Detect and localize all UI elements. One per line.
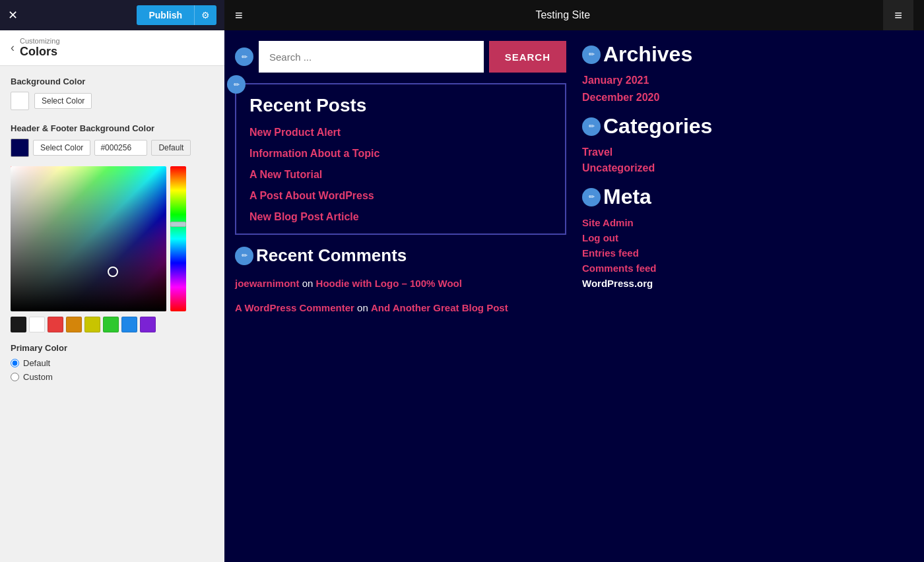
hex-input[interactable] <box>94 140 147 156</box>
color-picker[interactable] <box>11 166 214 332</box>
gradient-brightness <box>11 166 166 311</box>
archive-links: January 2021 December 2020 <box>582 75 913 104</box>
archives-title: Archives <box>603 42 692 67</box>
hf-select-color-button[interactable]: Select Color <box>33 140 90 156</box>
recent-comments-edit-icon[interactable]: ✏ <box>235 247 253 265</box>
archive-link-1[interactable]: December 2020 <box>582 92 913 104</box>
meta-title: Meta <box>603 185 651 209</box>
recent-posts-links: New Product Alert Information About a To… <box>249 127 552 223</box>
swatch-red[interactable] <box>48 317 63 332</box>
archive-link-0[interactable]: January 2021 <box>582 75 913 86</box>
search-section: ✏ SEARCH <box>235 41 566 73</box>
recent-post-link-1[interactable]: Information About a Topic <box>249 148 552 160</box>
primary-color-label: Primary Color <box>11 343 214 353</box>
recent-comments-title: Recent Comments <box>256 245 407 266</box>
hf-color-swatch[interactable] <box>11 139 29 157</box>
primary-color-default-label: Default <box>23 358 50 368</box>
default-button[interactable]: Default <box>151 140 191 156</box>
wp-left-column: ✏ SEARCH ✏ Recent Posts New Product Aler… <box>235 41 566 551</box>
meta-section: ✏ Meta Site Admin Log out Entries feed C… <box>582 185 913 289</box>
recent-comments-header: ✏ Recent Comments <box>235 245 566 266</box>
recent-comments-widget: ✏ Recent Comments joewarnimont on Hoodie… <box>235 245 566 325</box>
swatch-blue[interactable] <box>121 317 137 332</box>
recent-posts-edit-icon[interactable]: ✏ <box>227 75 246 94</box>
publish-button[interactable]: Publish <box>137 5 194 25</box>
search-button[interactable]: SEARCH <box>489 41 566 73</box>
wp-right-column: ✏ Archives January 2021 December 2020 ✏ … <box>582 41 913 551</box>
meta-links: Site Admin Log out Entries feed Comments… <box>582 217 913 289</box>
comment-entry-0: joewarnimont on Hoodie with Logo – 100% … <box>235 276 566 292</box>
search-edit-icon[interactable]: ✏ <box>235 47 253 66</box>
comment-link-1[interactable]: And Another Great Blog Post <box>371 302 508 313</box>
wp-topbar: ≡ Testing Site ≡ <box>224 0 924 30</box>
bg-color-row: Select Color <box>11 92 214 110</box>
recent-posts-widget: ✏ Recent Posts New Product Alert Informa… <box>235 83 566 235</box>
gradient-box[interactable] <box>11 166 166 311</box>
meta-header-row: ✏ Meta <box>582 185 913 209</box>
menu-button-right[interactable]: ≡ <box>883 0 913 30</box>
comment-on-0: on <box>302 278 316 289</box>
meta-link-logout[interactable]: Log out <box>582 232 913 243</box>
customizer-panel: ✕ Publish ⚙ ‹ Customizing Colors Backgro… <box>0 0 224 562</box>
search-input[interactable] <box>259 41 484 73</box>
meta-link-entries-feed[interactable]: Entries feed <box>582 247 913 259</box>
breadcrumb-parent: Customizing <box>20 37 60 45</box>
bg-select-color-button[interactable]: Select Color <box>34 93 92 109</box>
categories-header-row: ✏ Categories <box>582 114 913 139</box>
hue-slider[interactable] <box>170 166 186 311</box>
panel-topbar: ✕ Publish ⚙ <box>0 0 224 30</box>
publish-group: Publish ⚙ <box>137 5 216 25</box>
site-title: Testing Site <box>535 9 590 21</box>
categories-edit-icon[interactable]: ✏ <box>582 117 601 136</box>
breadcrumb-current: Colors <box>20 45 60 59</box>
swatch-white[interactable] <box>29 317 45 332</box>
primary-color-custom-label: Custom <box>23 372 53 382</box>
category-link-0[interactable]: Travel <box>582 146 913 158</box>
meta-link-wordpress-org[interactable]: WordPress.org <box>582 278 913 289</box>
recent-posts-title: Recent Posts <box>249 95 552 116</box>
hf-color-label: Header & Footer Background Color <box>11 123 214 133</box>
recent-post-link-0[interactable]: New Product Alert <box>249 127 552 139</box>
meta-link-comments-feed[interactable]: Comments feed <box>582 263 913 274</box>
recent-post-link-4[interactable]: New Blog Post Article <box>249 211 552 223</box>
primary-color-default-option[interactable]: Default <box>11 358 214 368</box>
archives-header-row: ✏ Archives <box>582 42 913 67</box>
panel-content: Background Color Select Color Header & F… <box>0 66 224 562</box>
recent-post-link-2[interactable]: A New Tutorial <box>249 169 552 181</box>
category-link-1[interactable]: Uncategorized <box>582 162 913 174</box>
archives-section: ✏ Archives January 2021 December 2020 <box>582 42 913 104</box>
bg-color-label: Background Color <box>11 77 214 86</box>
comment-author-0[interactable]: joewarnimont <box>235 278 300 289</box>
primary-color-section: Primary Color Default Custom <box>11 343 214 382</box>
primary-color-custom-option[interactable]: Custom <box>11 372 214 382</box>
swatches-row <box>11 317 214 332</box>
wp-preview: ≡ Testing Site ≡ ✏ SEARCH ✏ Recent Posts… <box>224 0 924 562</box>
primary-color-custom-radio[interactable] <box>11 373 19 381</box>
archives-edit-icon[interactable]: ✏ <box>582 46 601 64</box>
publish-gear-button[interactable]: ⚙ <box>194 5 216 25</box>
meta-edit-icon[interactable]: ✏ <box>582 188 601 206</box>
bg-color-swatch[interactable] <box>11 92 29 110</box>
meta-link-site-admin[interactable]: Site Admin <box>582 217 913 228</box>
primary-color-default-radio[interactable] <box>11 359 19 367</box>
hf-color-row: Select Color Default <box>11 139 214 157</box>
swatch-green[interactable] <box>103 317 119 332</box>
categories-title: Categories <box>603 114 712 139</box>
comment-entry-1: A WordPress Commenter on And Another Gre… <box>235 301 566 316</box>
breadcrumb: ‹ Customizing Colors <box>0 30 224 66</box>
comment-on-1: on <box>357 302 371 313</box>
wp-content-grid: ✏ SEARCH ✏ Recent Posts New Product Aler… <box>224 30 924 562</box>
comment-author-1[interactable]: A WordPress Commenter <box>235 302 354 313</box>
hamburger-icon[interactable]: ≡ <box>235 8 243 23</box>
swatch-black[interactable] <box>11 317 26 332</box>
breadcrumb-text: Customizing Colors <box>20 37 60 59</box>
back-button[interactable]: ‹ <box>11 41 15 55</box>
swatch-orange[interactable] <box>66 317 82 332</box>
recent-post-link-3[interactable]: A Post About WordPress <box>249 190 552 202</box>
swatch-yellow[interactable] <box>84 317 100 332</box>
close-button[interactable]: ✕ <box>8 9 18 21</box>
swatch-purple[interactable] <box>140 317 156 332</box>
picker-row <box>11 166 214 311</box>
comment-link-0[interactable]: Hoodie with Logo – 100% Wool <box>316 278 462 289</box>
categories-section: ✏ Categories Travel Uncategorized <box>582 114 913 174</box>
